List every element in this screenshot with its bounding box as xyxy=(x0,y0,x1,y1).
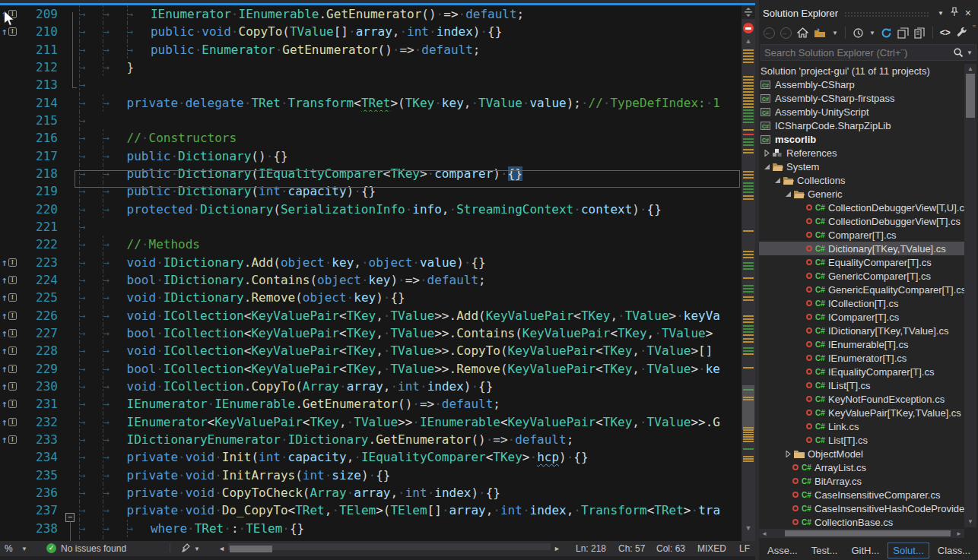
column-indicator[interactable]: Col: 63 xyxy=(656,543,685,554)
code-text[interactable]: →→void·ICollection<KeyValuePair<TKey,·TV… xyxy=(79,342,741,359)
tree-item-caseinsensitivecomparer-cs[interactable]: C#CaseInsensitiveComparer.cs xyxy=(759,488,964,501)
code-line[interactable]: 216→→//·Constructors xyxy=(0,129,741,147)
tree-item-idictionary-tkey-tvalue-cs[interactable]: C#IDictionary[TKey,TValue].cs xyxy=(759,324,964,337)
scroll-up-arrow[interactable]: ▲ xyxy=(741,37,755,45)
tree-item-assembly-csharp[interactable]: C#Assembly-CSharp xyxy=(759,78,964,91)
tree-item-icsharpcode-sharpziplib[interactable]: C#ICSharpCode.SharpZipLib xyxy=(759,119,964,132)
code-text[interactable]: →→→public·Enumerator·GetEnumerator()·=>·… xyxy=(79,41,741,59)
code-line[interactable]: ↑I210→→→public·void·CopyTo(TValue[]·arra… xyxy=(0,23,741,40)
code-text[interactable]: →→private·delegate·TRet·Transform<TRet>(… xyxy=(79,94,741,112)
code-text[interactable]: →→public·Dictionary()·{} xyxy=(79,147,741,165)
code-line[interactable]: 212→→} xyxy=(0,59,741,76)
code-text[interactable]: →→private·void·Init(int·capacity,·IEqual… xyxy=(79,448,741,466)
code-line[interactable]: ↑I231→→IEnumerator·IEnumerable.GetEnumer… xyxy=(0,395,741,413)
window-position-dropdown-icon[interactable]: ▼ xyxy=(935,10,947,17)
implements-interface-icon[interactable]: ↑I xyxy=(2,417,17,427)
tree-item-genericcomparer-t-cs[interactable]: C#GenericComparer[T].cs xyxy=(759,269,964,283)
tree-item-equalitycomparer-t-cs[interactable]: C#EqualityComparer[T].cs xyxy=(759,255,964,269)
tree-item-keynotfoundexception-cs[interactable]: C#KeyNotFoundException.cs xyxy=(759,392,964,406)
tool-window-tab-asse[interactable]: Asse... xyxy=(762,543,803,558)
code-line[interactable]: ↑I228→→void·ICollection<KeyValuePair<TKe… xyxy=(0,342,741,359)
code-line[interactable]: 213→ xyxy=(0,76,741,93)
implements-interface-icon[interactable]: ↑I xyxy=(2,27,17,36)
tree-item-arraylist-cs[interactable]: C#ArrayList.cs xyxy=(759,460,964,474)
tree-item-iequalitycomparer-t-cs[interactable]: C#IEqualityComparer[T].cs xyxy=(759,365,964,378)
tree-item-comparer-t-cs[interactable]: C#Comparer[T].cs xyxy=(759,228,964,242)
collapse-all-icon[interactable] xyxy=(897,27,909,39)
implements-interface-icon[interactable]: ↑I xyxy=(2,435,17,445)
close-icon[interactable]: × xyxy=(962,7,974,19)
tree-item-system[interactable]: System xyxy=(759,160,964,173)
code-line[interactable]: 238→→→where·TRet·:·TElem·{} xyxy=(0,520,741,537)
editor-splitter-icon[interactable] xyxy=(741,5,755,19)
code-text[interactable]: → xyxy=(79,112,741,129)
code-line[interactable]: ↑I223→→void·IDictionary.Add(object·key,·… xyxy=(0,254,741,271)
encoding-indicator[interactable]: MIXED xyxy=(697,543,726,554)
search-input[interactable]: Search Solution Explorer (Ctrl+¨) xyxy=(764,47,953,59)
code-line[interactable]: ↑I232→→IEnumerator<KeyValuePair<TKey,·TV… xyxy=(0,413,741,431)
code-text[interactable]: →→void·ICollection<KeyValuePair<TKey,·TV… xyxy=(79,307,741,324)
code-line[interactable]: ↑I224→→bool·IDictionary.Contains(object·… xyxy=(0,271,741,289)
implements-interface-icon[interactable]: ↑I xyxy=(2,328,17,338)
tree-item-genericequalitycomparer-t-cs[interactable]: C#GenericEqualityComparer[T].cs xyxy=(759,283,964,296)
code-line[interactable]: 222→→//·Methods xyxy=(0,236,741,253)
hscroll-left-arrow[interactable]: ◄ xyxy=(218,545,225,552)
code-editor[interactable]: ↑I209→→→IEnumerator·IEnumerable.GetEnume… xyxy=(0,5,741,541)
code-line[interactable]: 220→→protected·Dictionary(SerializationI… xyxy=(0,201,741,218)
panel-hscroll-left-arrow[interactable]: ◄ xyxy=(761,530,767,537)
forward-button[interactable]: → xyxy=(780,27,792,39)
tree-item-ienumerator-t-cs[interactable]: C#IEnumerator[T].cs xyxy=(759,351,964,365)
tree-item-assembly-unityscript[interactable]: C#Assembly-UnityScript xyxy=(759,105,964,119)
code-text[interactable]: →→void·IDictionary.Add(object·key,·objec… xyxy=(79,254,741,271)
view-code-icon[interactable]: <> xyxy=(940,27,951,38)
sync-dropdown-icon[interactable]: ▼ xyxy=(832,30,838,36)
tree-item-collections[interactable]: Collections xyxy=(759,173,964,187)
tree-item-link-cs[interactable]: C#Link.cs xyxy=(759,419,964,433)
code-text[interactable]: →→IEnumerator·IEnumerable.GetEnumerator(… xyxy=(79,395,741,413)
code-line[interactable]: 217→→public·Dictionary()·{} xyxy=(0,147,741,165)
code-line[interactable]: ↑I226→→void·ICollection<KeyValuePair<TKe… xyxy=(0,307,741,324)
code-line[interactable]: 218→→public·Dictionary(IEqualityComparer… xyxy=(0,165,741,182)
tree-item-keyvaluepair-tkey-tvalue-cs[interactable]: C#KeyValuePair[TKey,TValue].cs xyxy=(759,406,964,419)
editor-scrollbar-thumb[interactable] xyxy=(742,385,754,429)
tree-item-collectiondebuggerview-t-cs[interactable]: C#CollectionDebuggerView[T].cs xyxy=(759,214,964,228)
line-indicator[interactable]: Ln: 218 xyxy=(576,543,606,554)
code-text[interactable]: →→public·Dictionary(IEqualityComparer<TK… xyxy=(79,165,741,182)
pending-changes-filter-icon[interactable] xyxy=(853,27,864,39)
format-broom-icon[interactable] xyxy=(180,543,192,556)
panel-hscroll-right-arrow[interactable]: ► xyxy=(956,530,962,537)
code-text[interactable]: →→→where·TRet·:·TElem·{} xyxy=(79,520,741,537)
panel-vertical-scrollbar[interactable]: ▲ ▼ xyxy=(964,64,976,527)
tree-item-objectmodel[interactable]: ObjectModel xyxy=(759,447,964,460)
code-line[interactable]: ↑I227→→bool·ICollection<KeyValuePair<TKe… xyxy=(0,324,741,342)
code-line[interactable]: 221→ xyxy=(0,218,741,236)
panel-scroll-down-arrow[interactable]: ▼ xyxy=(967,518,973,525)
show-all-files-icon[interactable] xyxy=(914,27,926,39)
editor-vertical-scrollbar[interactable]: ▲ ▼ xyxy=(741,5,755,541)
implements-interface-icon[interactable]: ↑I xyxy=(2,275,17,285)
code-line[interactable]: ↑I229→→bool·ICollection<KeyValuePair<TKe… xyxy=(0,360,741,378)
implements-interface-icon[interactable]: ↑I xyxy=(2,399,17,409)
toolbar-overflow-icon[interactable]: ’’ xyxy=(973,24,976,33)
tree-item-bitarray-cs[interactable]: C#BitArray.cs xyxy=(759,474,964,488)
expander-expanded-icon[interactable] xyxy=(762,163,772,170)
hscroll-thumb[interactable] xyxy=(230,546,272,552)
code-line[interactable]: 235→→private·void·InitArrays(int·size)·{… xyxy=(0,467,741,484)
code-text[interactable]: →→private·void·CopyToCheck(Array·array,·… xyxy=(79,484,741,501)
code-text[interactable]: →→bool·IDictionary.Contains(object·key)·… xyxy=(79,271,741,289)
code-text[interactable]: → xyxy=(79,76,741,93)
zoom-dropdown-icon[interactable]: ▼ xyxy=(21,546,27,552)
code-line[interactable]: ↑I209→→→IEnumerator·IEnumerable.GetEnume… xyxy=(0,5,741,23)
code-text[interactable]: →→void·ICollection.CopyTo(Array·array,·i… xyxy=(79,378,741,395)
code-text[interactable]: →→bool·ICollection<KeyValuePair<TKey,·TV… xyxy=(79,360,741,378)
implements-interface-icon[interactable]: ↑I xyxy=(2,311,17,321)
tree-item-mscorlib[interactable]: C#mscorlib xyxy=(759,132,964,146)
tree-item-generic[interactable]: Generic xyxy=(759,187,964,201)
code-line[interactable]: 214→→private·delegate·TRet·Transform<TRe… xyxy=(0,94,741,112)
filter-dropdown-icon[interactable]: ▼ xyxy=(869,30,875,36)
tree-item-list-t-cs[interactable]: C#List[T].cs xyxy=(759,433,964,447)
sync-with-active-document-icon[interactable] xyxy=(814,27,827,39)
search-box[interactable]: Search Solution Explorer (Ctrl+¨) ▼ xyxy=(760,44,976,61)
properties-wrench-icon[interactable] xyxy=(956,27,968,39)
panel-drag-grip[interactable] xyxy=(844,11,929,17)
